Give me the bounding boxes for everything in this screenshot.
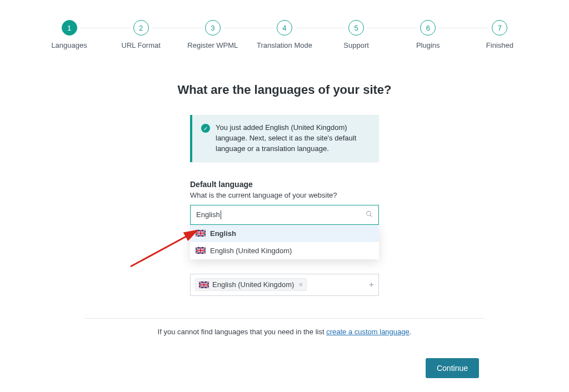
create-custom-language-link[interactable]: create a custom language (326, 328, 410, 336)
page-heading: What are the languages of your site? (140, 83, 429, 97)
wizard-step-url-format[interactable]: 2 URL Format (105, 20, 177, 49)
wizard-step-languages[interactable]: 1 Languages (33, 20, 105, 49)
language-option[interactable]: English (United Kingdom) (190, 242, 379, 259)
wizard-step-support[interactable]: 5 Support (321, 20, 392, 49)
language-dropdown: EnglishEnglish (United Kingdom) (190, 225, 379, 259)
step-label: URL Format (122, 41, 161, 49)
translation-language-label: English (United Kingdom) (212, 280, 294, 289)
step-number: 6 (420, 20, 436, 36)
default-language-subtitle: What is the current language of your web… (190, 191, 379, 199)
remove-tag-icon[interactable]: × (298, 280, 303, 289)
flag-icon (199, 282, 209, 288)
flag-icon (196, 230, 206, 237)
step-label: Register WPML (187, 41, 238, 49)
add-language-icon[interactable]: + (369, 280, 374, 290)
translation-language-tag[interactable]: English (United Kingdom) × (195, 278, 307, 291)
language-search-value: English (196, 210, 220, 219)
language-option-label: English (210, 229, 236, 238)
step-number: 3 (205, 20, 221, 36)
flag-icon (196, 247, 206, 254)
divider (84, 318, 485, 319)
language-option-label: English (United Kingdom) (210, 247, 292, 255)
footnote-prefix: If you cannot find languages that you ne… (158, 328, 327, 336)
step-label: Finished (486, 41, 513, 49)
check-icon: ✓ (201, 124, 210, 133)
step-label: Translation Mode (257, 41, 312, 49)
wizard-step-finished[interactable]: 7 Finished (464, 20, 536, 49)
footnote-suffix: . (410, 328, 412, 336)
step-number: 5 (348, 20, 364, 36)
wizard-step-plugins[interactable]: 6 Plugins (392, 20, 464, 49)
svg-point-0 (367, 211, 371, 215)
step-label: Support (343, 41, 369, 49)
step-number: 2 (133, 20, 149, 36)
continue-button[interactable]: Continue (426, 358, 479, 378)
step-number: 4 (277, 20, 292, 36)
success-notice: ✓ You just added English (United Kingdom… (190, 115, 379, 162)
step-number: 7 (492, 20, 507, 36)
wizard-step-translation-mode[interactable]: 4 Translation Mode (248, 20, 320, 49)
translation-languages-box[interactable]: English (United Kingdom) × + (190, 274, 379, 296)
step-label: Languages (51, 41, 87, 49)
step-number: 1 (62, 20, 77, 36)
language-option[interactable]: English (190, 225, 379, 242)
custom-language-footnote: If you cannot find languages that you ne… (0, 328, 569, 336)
svg-line-1 (370, 215, 372, 217)
wizard-stepper: 1 Languages 2 URL Format 3 Register WPML… (0, 20, 569, 49)
step-label: Plugins (416, 41, 440, 49)
language-search-input[interactable]: English (190, 205, 379, 225)
search-icon (366, 210, 373, 219)
wizard-step-register-wpml[interactable]: 3 Register WPML (177, 20, 248, 49)
default-language-label: Default language (190, 180, 379, 189)
notice-text: You just added English (United Kingdom) … (216, 123, 370, 154)
